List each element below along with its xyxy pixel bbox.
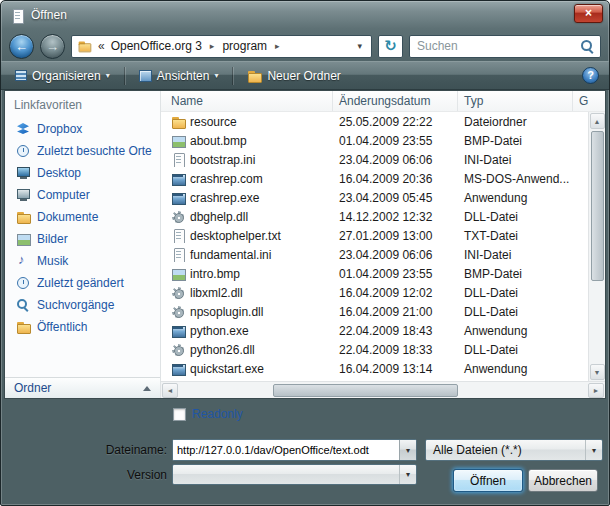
sidebar-item-label: Öffentlich [37, 320, 87, 334]
sidebar-item[interactable]: Computer [5, 184, 160, 206]
column-header-size[interactable]: G [573, 91, 605, 111]
forward-button[interactable]: → [40, 34, 65, 59]
views-icon [139, 70, 152, 82]
file-type: DLL-Datei [458, 286, 573, 300]
table-row[interactable]: libxml2.dll 16.04.2009 12:02 DLL-Datei [161, 283, 588, 302]
table-row[interactable]: python26.dll 22.04.2009 18:33 DLL-Datei [161, 340, 588, 359]
table-row[interactable]: desktophelper.txt 27.01.2009 13:00 TXT-D… [161, 226, 588, 245]
search-input[interactable] [410, 39, 580, 53]
open-button[interactable]: Öffnen [453, 469, 523, 492]
sidebar-item[interactable]: Desktop [5, 162, 160, 184]
help-button[interactable]: ? [582, 67, 599, 84]
horizontal-scrollbar[interactable]: ◄ ► [161, 381, 605, 398]
breadcrumb-separator-icon[interactable]: ▸ [270, 41, 285, 51]
file-name: dbghelp.dll [190, 210, 248, 224]
back-button[interactable]: ← [9, 34, 34, 59]
chevron-up-icon [143, 386, 151, 391]
close-button[interactable]: × [574, 4, 603, 23]
scroll-right-button[interactable]: ► [588, 383, 604, 398]
new-folder-icon [247, 69, 262, 83]
close-icon: × [585, 6, 592, 20]
scroll-down-button[interactable]: ▼ [590, 364, 605, 380]
file-name-cell: libxml2.dll [161, 286, 333, 300]
table-row[interactable]: about.bmp 01.04.2009 23:55 BMP-Datei [161, 131, 588, 150]
column-header-date[interactable]: Änderungsdatum [333, 91, 458, 111]
sidebar-item[interactable]: Bilder [5, 228, 160, 250]
toolbar-separator [124, 67, 125, 85]
file-name-cell: quickstart.exe [161, 362, 333, 376]
file-name: intro.bmp [190, 267, 240, 281]
file-name: crashrep.exe [190, 191, 259, 205]
titlebar[interactable]: Öffnen × [1, 1, 609, 31]
table-row[interactable]: bootstrap.ini 23.04.2009 06:06 INI-Datei [161, 150, 588, 169]
file-name-cell: crashrep.exe [161, 191, 333, 205]
desktop-icon [16, 166, 31, 180]
search-box[interactable] [409, 35, 601, 58]
breadcrumb[interactable]: « OpenOffice.org 3 ▸ program ▸ ▾ [71, 35, 372, 58]
cancel-button[interactable]: Abbrechen [528, 469, 598, 492]
ini-icon [171, 153, 186, 167]
file-modified-date: 14.12.2002 12:32 [333, 210, 458, 224]
table-row[interactable]: crashrep.com 16.04.2009 20:36 MS-DOS-Anw… [161, 169, 588, 188]
breadcrumb-overflow-chevron[interactable]: « [95, 39, 108, 53]
organize-button[interactable]: Organisieren ▾ [11, 67, 114, 85]
table-row[interactable]: resource 25.05.2009 22:22 Dateiordner [161, 112, 588, 131]
new-folder-button[interactable]: Neuer Ordner [243, 67, 344, 85]
sidebar-item[interactable]: Suchvorgänge [5, 294, 160, 316]
sidebar-item[interactable]: Dokumente [5, 206, 160, 228]
version-select[interactable]: ▾ [172, 464, 417, 485]
breadcrumb-separator-icon[interactable]: ▸ [205, 41, 220, 51]
filename-combobox[interactable]: ▾ [172, 439, 417, 461]
breadcrumb-dropdown-icon[interactable]: ▾ [353, 41, 366, 51]
horizontal-scrollbar-thumb[interactable] [273, 384, 458, 397]
folders-expander[interactable]: Ordner [5, 377, 160, 398]
organize-icon [15, 70, 27, 81]
vertical-scrollbar[interactable]: ▲ ▼ [588, 112, 605, 381]
file-name: python26.dll [190, 343, 255, 357]
window-title: Öffnen [31, 1, 67, 29]
sidebar-item[interactable]: Öffentlich [5, 316, 160, 338]
filetype-select[interactable]: Alle Dateien (*.*) ▾ [425, 439, 603, 461]
vertical-scrollbar-thumb[interactable] [591, 131, 604, 281]
sidebar-item[interactable]: Dropbox [5, 118, 160, 140]
table-row[interactable]: npsoplugin.dll 16.04.2009 21:00 DLL-Date… [161, 302, 588, 321]
breadcrumb-item-program[interactable]: program [219, 39, 270, 53]
table-row[interactable]: fundamental.ini 23.04.2009 06:06 INI-Dat… [161, 245, 588, 264]
file-type: DLL-Datei [458, 343, 573, 357]
left-arrow-icon: ◄ [167, 387, 174, 394]
sidebar-item[interactable]: Musik [5, 250, 160, 272]
favorites-header: Linkfavoriten [5, 91, 160, 118]
table-row[interactable]: dbghelp.dll 14.12.2002 12:32 DLL-Datei [161, 207, 588, 226]
column-header-name[interactable]: Name [161, 91, 333, 111]
table-row[interactable]: quickstart.exe 16.04.2009 13:14 Anwendun… [161, 359, 588, 378]
filename-dropdown-button[interactable]: ▾ [399, 440, 416, 460]
file-modified-date: 27.01.2009 13:00 [333, 229, 458, 243]
file-name: libxml2.dll [190, 286, 243, 300]
organize-label: Organisieren [32, 69, 101, 83]
scroll-up-button[interactable]: ▲ [590, 113, 605, 129]
readonly-checkbox[interactable] [173, 408, 186, 421]
folder-icon [171, 115, 186, 129]
filename-input[interactable] [173, 440, 399, 460]
column-header-type[interactable]: Typ [458, 91, 573, 111]
file-name: fundamental.ini [190, 248, 271, 262]
scroll-left-button[interactable]: ◄ [162, 383, 178, 398]
sidebar-item[interactable]: Zuletzt geändert [5, 272, 160, 294]
breadcrumb-item-openoffice[interactable]: OpenOffice.org 3 [108, 39, 205, 53]
file-type: MS-DOS-Anwend... [458, 172, 573, 186]
table-row[interactable]: intro.bmp 01.04.2009 23:55 BMP-Datei [161, 264, 588, 283]
refresh-button[interactable]: ↻ [378, 35, 403, 58]
exe-icon [171, 362, 186, 376]
file-name: bootstrap.ini [190, 153, 255, 167]
search-icon[interactable] [580, 39, 595, 54]
file-type: Anwendung [458, 362, 573, 376]
table-row[interactable]: python.exe 22.04.2009 18:43 Anwendung [161, 321, 588, 340]
table-row[interactable]: crashrep.exe 23.04.2009 05:45 Anwendung [161, 188, 588, 207]
file-name-cell: crashrep.com [161, 172, 333, 186]
sidebar-item[interactable]: Zuletzt besuchte Orte [5, 140, 160, 162]
folder-icon [78, 40, 92, 53]
refresh-icon: ↻ [384, 37, 397, 55]
content-area: Linkfavoriten Dropbox Zuletzt besuchte O… [4, 90, 606, 399]
readonly-option[interactable]: Readonly [173, 407, 243, 421]
views-button[interactable]: Ansichten ▾ [135, 67, 223, 85]
